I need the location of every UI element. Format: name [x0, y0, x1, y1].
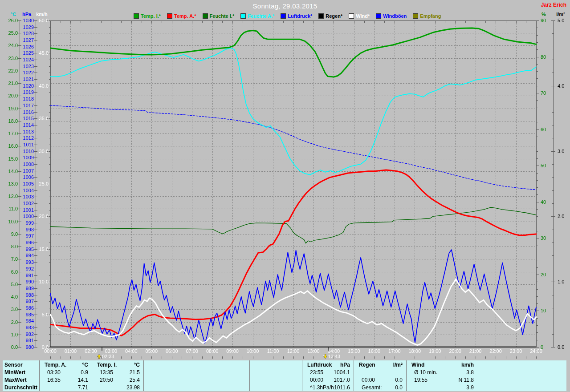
- marker-time: 13:43: [328, 354, 341, 359]
- cell-value: 21.5: [94, 369, 140, 376]
- row-label: Sensor: [4, 361, 23, 368]
- row-label: MaxWert: [4, 376, 27, 384]
- table-divider: [354, 360, 354, 391]
- cell-value: 14.1: [41, 376, 88, 384]
- cell-value: 25.4: [94, 376, 140, 384]
- cell-value: 1004.1: [304, 369, 350, 376]
- table-divider: [39, 360, 40, 391]
- table-divider: [197, 360, 197, 391]
- cell-value: N 11.8: [408, 376, 474, 384]
- table-divider: [249, 360, 250, 391]
- weather-graph-window: Sonntag, 29.03.2015 Jarz Erich Temp. I.*…: [0, 0, 570, 392]
- moonset-marker: 13:43: [323, 354, 341, 360]
- stats-table: SensorMinWertMaxWertDurchschnittTemp. A.…: [3, 360, 566, 391]
- cell-value: 1017.0: [304, 376, 350, 384]
- table-divider: [92, 360, 92, 391]
- moonrise-marker: 02:33: [97, 354, 114, 360]
- table-divider: [143, 360, 144, 391]
- col-unit: hPa: [304, 361, 350, 368]
- cell-value: 0.9: [41, 369, 88, 376]
- weather-chart-canvas[interactable]: [0, 0, 570, 360]
- cell-value: 0.0: [355, 376, 403, 384]
- cell-value: 1011.6: [304, 384, 350, 391]
- row-label: MinWert: [4, 369, 25, 376]
- cell-value: 7.71: [41, 384, 88, 391]
- cell-value: 3.9: [408, 384, 474, 391]
- cell-value: 3.8: [408, 369, 474, 376]
- moonset-icon: [323, 354, 328, 359]
- col-unit: °C: [41, 361, 88, 368]
- table-divider: [302, 360, 302, 391]
- cell-value: 0.0: [355, 384, 403, 391]
- col-unit: km/h: [408, 361, 474, 368]
- row-label: Durchschnitt: [4, 384, 37, 391]
- marker-time: 02:33: [102, 354, 114, 359]
- cell-value: 23.98: [94, 384, 140, 391]
- col-unit: l/m²: [355, 361, 403, 368]
- moonrise-icon: [97, 354, 102, 359]
- col-unit: °C: [94, 361, 140, 368]
- table-divider: [406, 360, 407, 391]
